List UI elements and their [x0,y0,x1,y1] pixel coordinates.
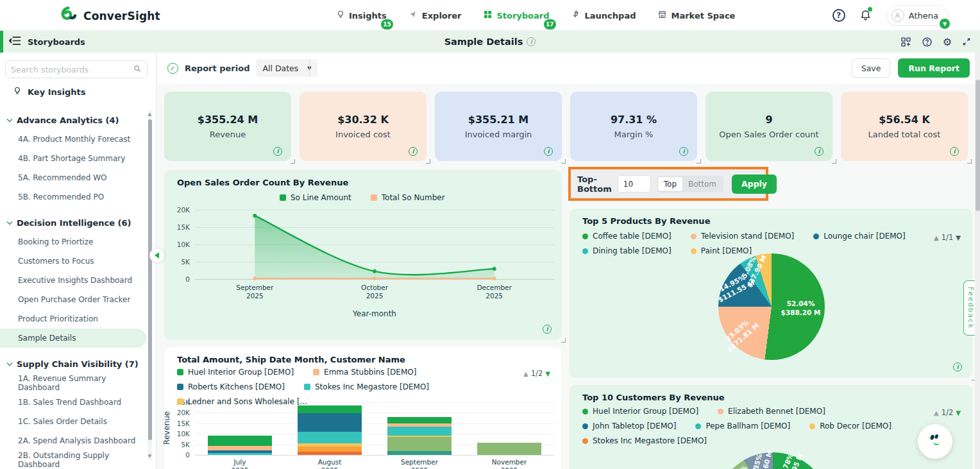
sidebar-item-customers-to-focus[interactable]: Customers to Focus [0,252,146,271]
kpi-card-open-sales-order-count[interactable]: 9Open Sales Order counti [705,92,832,161]
sidebar-item-1a-revenue-summary-dashboard[interactable]: 1A. Revenue Summary Dashboard [0,373,146,393]
legend-item-pepe-ballham-demo-[interactable]: Pepe Ballham [DEMO] [695,422,790,431]
bar-segment[interactable] [298,452,362,455]
bar-segment[interactable] [387,451,452,455]
save-button[interactable]: Save [852,58,891,78]
collapse-sidebar-icon[interactable] [9,36,21,48]
legend-item-dining-table-demo-[interactable]: Dining table [DEMO] [582,246,672,255]
bar-segment[interactable] [208,453,272,455]
legend-item-emma-stubbins-demo-[interactable]: Emma Stubbins [DEMO] [313,368,416,377]
grid-add-icon[interactable] [900,37,911,47]
legend-item-stokes-inc-megastore-demo-[interactable]: Stokes Inc Megastore [DEMO] [304,382,429,391]
legend-item-total-so-number[interactable]: Total So Number [371,193,445,202]
kpi-card-landed-total-cost[interactable]: $56.54 KLanded total costi [841,92,968,161]
help-icon[interactable]: ? [832,9,845,22]
info-icon[interactable]: i [679,147,688,156]
legend-prev-icon[interactable]: ▲ [523,370,528,377]
kpi-card-margin-[interactable]: 97.31 %Margin %i [570,92,697,161]
bar-segment[interactable] [387,427,452,436]
nav-item-insights[interactable]: Insights15 [335,7,388,24]
bottom-option[interactable]: Bottom [682,177,722,191]
bar-segment[interactable] [298,443,362,447]
legend-next-icon[interactable]: ▼ [956,409,961,416]
expand-icon[interactable] [962,37,971,46]
stacked-bar-chart[interactable]: 25K20K15K10K5K0RevenueJuly2025August2025… [164,347,562,469]
sidebar-collapse-toggle[interactable] [149,248,165,263]
sidebar-item-2b-outstanding-supply-dashboard[interactable]: 2B. Outstanding Supply Dashboard [0,450,146,469]
sidebar-item-executive-insights-dashboard[interactable]: Executive Insights Dashboard [0,271,146,290]
apply-button[interactable]: Apply [732,175,777,194]
sidebar-item-key-insights[interactable]: Key Insights [13,86,85,98]
report-period-checkbox[interactable]: ✓ [167,63,178,74]
brand-logo[interactable]: ConverSight [59,5,160,27]
info-icon[interactable]: i [544,147,553,156]
scroll-down-arrow[interactable]: ▼ [148,454,152,459]
sidebar-item-1b-sales-trend-dashboard[interactable]: 1B. Sales Trend Dashboard [0,393,146,412]
info-icon[interactable]: i [950,147,959,156]
legend-item-huel-interior-group-demo-[interactable]: Huel Interior Group [DEMO] [177,368,294,377]
nav-item-market-space[interactable]: Market Space [656,7,736,24]
tree-group-3[interactable]: Supply Chain Visibility (7) [0,354,146,373]
legend-item-john-tabletop-demo-[interactable]: John Tabletop [DEMO] [582,422,676,431]
user-menu[interactable]: Athena ▼ [886,5,948,26]
tree-group-1[interactable]: Advance Analytics (4) [0,110,146,130]
kpi-card-invoiced-margin[interactable]: $355.21 MInvoiced margini [435,92,562,161]
sidebar-item-4a-product-monthly-forecast[interactable]: 4A. Product Monthly Forecast [0,130,146,149]
nav-item-explorer[interactable]: Explorer [407,7,463,24]
sidebar-item-5a-recommended-wo[interactable]: 5A. Recommended WO [0,168,146,187]
legend-item-coffee-table-demo-[interactable]: Coffee table [DEMO] [582,232,672,241]
legend-item-huel-interior-group-demo-[interactable]: Huel Interior Group [DEMO] [582,407,698,416]
top-option[interactable]: Top [658,177,682,191]
gear-icon[interactable]: ⚙ [943,36,952,48]
bar-segment[interactable] [387,417,452,423]
panel-help-icon[interactable] [922,37,933,47]
sidebar-item-2a-spend-analysis-dashboard[interactable]: 2A. Spend Analysis Dashboard [0,431,146,450]
bar-segment[interactable] [387,436,452,437]
legend-item-ledner-and-sons-wholesale-[interactable]: Ledner and Sons Wholesale [... [177,397,307,406]
notifications-bell-icon[interactable] [859,8,872,23]
bar-segment[interactable] [387,423,452,427]
scroll-up-arrow[interactable]: ▲ [148,112,152,117]
info-icon[interactable]: i [953,362,962,371]
bar-segment[interactable] [298,413,362,432]
tree-group-2[interactable]: Decision Intelligence (6) [0,213,146,232]
sidebar-item-1c-sales-order-details[interactable]: 1C. Sales Order Details [0,412,146,431]
kpi-card-revenue[interactable]: $355.24 MRevenuei [164,92,291,161]
legend-item-so-line-amount[interactable]: So Line Amount [280,193,351,202]
sidebar-item-open-purchase-order-tracker[interactable]: Open Purchase Order Tracker [0,290,146,309]
run-report-button[interactable]: Run Report [898,58,970,78]
legend-item-paint-demo-[interactable]: Paint [DEMO] [691,246,752,255]
sidebar-item-5b-recommended-po[interactable]: 5B. Recommended PO [0,187,146,207]
bar-segment[interactable] [477,443,541,455]
sidebar-item-booking-to-priortize[interactable]: Booking to Priortize [0,232,146,252]
sidebar-scroll-thumb[interactable] [148,119,152,440]
legend-item-television-stand-demo-[interactable]: Television stand [DEMO] [691,232,795,241]
bar-segment[interactable] [208,436,272,445]
legend-prev-icon[interactable]: ▲ [934,234,939,241]
top-bottom-count-input[interactable] [618,175,651,192]
pie[interactable] [715,452,831,469]
legend-item-stokes-inc-megastore-demo-[interactable]: Stokes Inc Megastore [DEMO] [582,436,707,445]
search-icon[interactable] [133,64,142,76]
legend-next-icon[interactable]: ▼ [545,370,550,377]
legend-item-elizabeth-bennet-demo-[interactable]: Elizabeth Bennet [DEMO] [718,407,825,416]
search-input[interactable] [11,65,133,74]
bar-segment[interactable] [298,447,362,452]
kpi-card-invoiced-cost[interactable]: $30.32 KInvoiced costi [300,92,427,161]
bar-segment[interactable] [208,446,272,450]
window-scrollbar[interactable] [975,53,980,469]
bar-segment[interactable] [387,437,452,451]
sidebar-item-4b-part-shortage-summary[interactable]: 4B. Part Shortage Summary [0,149,146,168]
legend-item-roberts-kitchens-demo-[interactable]: Roberts Kitchens [DEMO] [177,382,285,391]
bar-segment[interactable] [208,450,272,453]
legend-item-lounge-chair-demo-[interactable]: Lounge chair [DEMO] [813,232,905,241]
nav-item-launchpad[interactable]: Launchpad [570,7,638,24]
info-icon[interactable]: i [815,147,824,156]
bar-segment[interactable] [298,432,362,443]
athena-chat-bubble[interactable] [918,424,952,459]
sidebar-scrollbar[interactable]: ▲ ▼ [148,110,152,460]
info-icon[interactable]: i [409,147,418,156]
info-icon[interactable]: i [273,147,282,156]
storyboard-search[interactable] [5,60,148,78]
info-icon[interactable]: i [543,325,552,334]
